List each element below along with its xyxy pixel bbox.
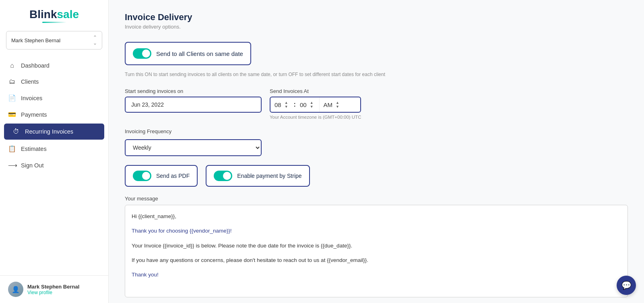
sidebar-item-label: Dashboard — [21, 62, 50, 69]
stripe-toggle[interactable] — [214, 171, 232, 181]
time-group: 08 ▲▼ : 00 ▲▼ AM ▲▼ — [270, 97, 361, 113]
clock-icon: ⏱ — [12, 128, 20, 135]
time-ampm: AM — [324, 101, 333, 108]
page-subtitle: Invoice delivery options. — [125, 24, 628, 30]
message-line3: Your Invoice {{invoice_id}} is below. Pl… — [132, 241, 621, 251]
chevron-down-icon: ⌃⌄ — [93, 35, 97, 46]
sidebar-item-clients[interactable]: 🗂 Clients — [0, 74, 108, 90]
toggle-slider — [133, 48, 151, 59]
sidebar-item-label: Estimates — [21, 146, 47, 152]
message-line4: If you have any questions or concerns, p… — [132, 256, 621, 265]
sidebar-item-estimates[interactable]: 📋 Estimates — [0, 140, 108, 157]
time-hours: 08 — [275, 101, 281, 108]
page-header: Invoice Delivery Invoice delivery option… — [125, 12, 628, 30]
minutes-stepper[interactable]: ▲▼ — [308, 101, 315, 109]
sidebar-item-label: Recurring Invoices — [25, 128, 73, 135]
sidebar-item-label: Invoices — [21, 95, 42, 101]
page-title: Invoice Delivery — [125, 12, 628, 23]
send-all-description: Turn this ON to start sending invoices t… — [125, 71, 628, 78]
sidebar-footer: 👤 Mark Stephen Bernal View profile — [0, 275, 108, 303]
message-line2: Thank you for choosing {{vendor_name}}! — [132, 226, 621, 236]
start-sending-label: Start sending invoices on — [125, 88, 262, 94]
ampm-stepper[interactable]: ▲▼ — [334, 101, 341, 109]
home-icon: ⌂ — [8, 62, 16, 69]
send-all-label: Send to all Clients on same date — [156, 50, 243, 57]
send-pdf-toggle[interactable] — [133, 171, 151, 181]
sidebar-item-label: Clients — [21, 78, 39, 85]
nav-menu: ⌂ Dashboard 🗂 Clients 📄 Invoices 💳 Payme… — [0, 56, 108, 275]
date-time-row: Start sending invoices on Send Invoices … — [125, 88, 628, 120]
clients-icon: 🗂 — [8, 78, 16, 85]
stripe-box[interactable]: Enable payment by Stripe — [206, 165, 310, 187]
hours-stepper[interactable]: ▲▼ — [283, 101, 290, 109]
frequency-label: Invoicing Frequency — [125, 128, 628, 134]
send-at-label: Send Invoices At — [270, 88, 361, 94]
chat-bubble[interactable]: 💬 — [617, 276, 636, 295]
start-sending-input[interactable] — [125, 97, 262, 113]
message-label: Your message — [125, 196, 628, 202]
start-sending-group: Start sending invoices on — [125, 88, 262, 113]
payments-icon: 💳 — [8, 111, 16, 118]
message-line5: Thank you! — [132, 270, 621, 280]
send-pdf-label: Send as PDF — [156, 173, 190, 179]
main-content: Invoice Delivery Invoice delivery option… — [109, 0, 644, 303]
sidebar-item-recurring-invoices[interactable]: ⏱ Recurring Invoices — [4, 124, 104, 140]
view-profile-link[interactable]: View profile — [27, 290, 79, 295]
send-all-section: Send to all Clients on same date — [125, 42, 251, 65]
signout-icon: ⟶ — [8, 161, 16, 169]
toggle-slider — [214, 171, 232, 181]
logo-accent: sale — [57, 8, 79, 21]
logo-dark: Blink — [29, 8, 57, 21]
footer-user-name: Mark Stephen Bernal — [27, 284, 79, 290]
frequency-group: Invoicing Frequency Daily Weekly Monthly… — [125, 128, 628, 156]
sidebar-item-payments[interactable]: 💳 Payments — [0, 106, 108, 123]
user-selector[interactable]: Mark Stephen Bernal ⌃⌄ — [6, 31, 102, 49]
send-all-toggle[interactable] — [133, 48, 151, 59]
logo-underline — [42, 22, 66, 23]
send-pdf-box[interactable]: Send as PDF — [125, 165, 198, 187]
sidebar-item-sign-out[interactable]: ⟶ Sign Out — [0, 157, 108, 173]
timezone-label: Your Account timezone is (GMT+00:00) UTC — [270, 115, 361, 120]
invoices-icon: 📄 — [8, 94, 16, 102]
estimates-icon: 📋 — [8, 145, 16, 153]
frequency-select[interactable]: Daily Weekly Monthly Yearly — [125, 139, 262, 156]
toggle-slider — [133, 171, 151, 181]
sidebar-item-label: Payments — [21, 111, 47, 118]
sidebar-item-invoices[interactable]: 📄 Invoices — [0, 90, 108, 106]
logo: Blinksale — [0, 0, 108, 27]
time-minutes: 00 — [300, 101, 307, 108]
sidebar-item-dashboard[interactable]: ⌂ Dashboard — [0, 58, 108, 74]
stripe-label: Enable payment by Stripe — [237, 173, 301, 179]
user-selector-name: Mark Stephen Bernal — [11, 37, 60, 43]
avatar: 👤 — [8, 282, 23, 297]
chat-icon: 💬 — [621, 280, 632, 290]
send-at-container: Send Invoices At 08 ▲▼ : 00 ▲▼ AM ▲▼ You… — [270, 88, 361, 120]
message-container: Hi {{client_name}}, Thank you for choosi… — [125, 205, 628, 297]
sidebar: Blinksale Mark Stephen Bernal ⌃⌄ ⌂ Dashb… — [0, 0, 109, 303]
message-line1: Hi {{client_name}}, — [132, 212, 621, 221]
sidebar-item-label: Sign Out — [21, 162, 43, 169]
toggle-row: Send as PDF Enable payment by Stripe — [125, 165, 628, 187]
